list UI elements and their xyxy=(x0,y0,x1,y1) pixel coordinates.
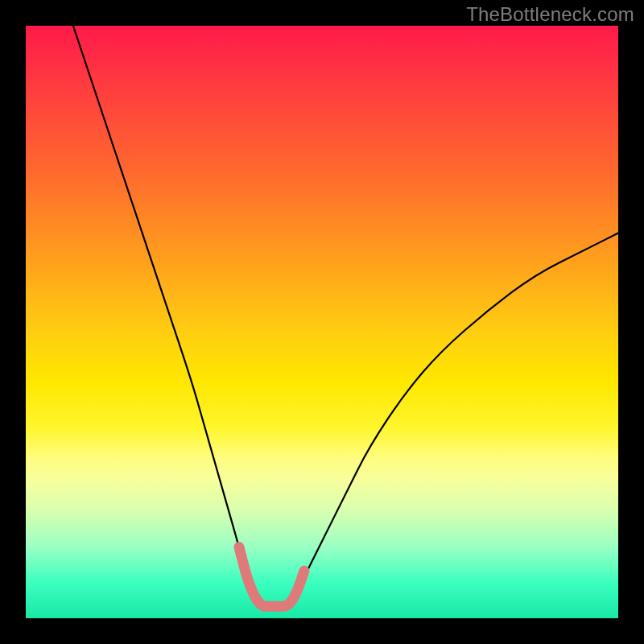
series-group xyxy=(73,26,618,606)
plot-area xyxy=(26,26,618,618)
chart-frame: TheBottleneck.com xyxy=(0,0,644,644)
series-left-curve xyxy=(73,26,257,601)
curves-svg xyxy=(26,26,618,618)
series-right-curve xyxy=(292,233,618,601)
series-bottom-connector xyxy=(239,547,304,607)
watermark-text: TheBottleneck.com xyxy=(466,3,634,26)
